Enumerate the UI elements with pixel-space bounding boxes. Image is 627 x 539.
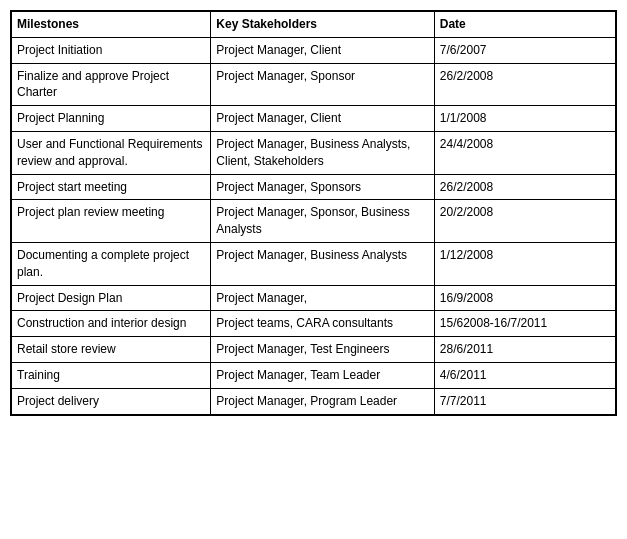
date-cell: 4/6/2011 [434, 362, 615, 388]
date-cell: 1/12/2008 [434, 242, 615, 285]
stakeholders-cell: Project Manager, Business Analysts, Clie… [211, 131, 434, 174]
milestone-cell: Finalize and approve Project Charter [12, 63, 211, 106]
header-milestones: Milestones [12, 12, 211, 38]
table-row: TrainingProject Manager, Team Leader4/6/… [12, 362, 616, 388]
table-row: Construction and interior designProject … [12, 311, 616, 337]
milestone-cell: Documenting a complete project plan. [12, 242, 211, 285]
milestone-cell: Project Design Plan [12, 285, 211, 311]
stakeholders-cell: Project Manager, Program Leader [211, 388, 434, 414]
stakeholders-cell: Project Manager, Client [211, 37, 434, 63]
milestone-cell: Project Planning [12, 106, 211, 132]
milestones-table-container: Milestones Key Stakeholders Date Project… [10, 10, 617, 416]
table-row: Documenting a complete project plan.Proj… [12, 242, 616, 285]
table-row: Project plan review meetingProject Manag… [12, 200, 616, 243]
milestone-cell: User and Functional Requirements review … [12, 131, 211, 174]
milestones-table: Milestones Key Stakeholders Date Project… [11, 11, 616, 415]
stakeholders-cell: Project Manager, [211, 285, 434, 311]
stakeholders-cell: Project Manager, Sponsor [211, 63, 434, 106]
date-cell: 26/2/2008 [434, 174, 615, 200]
date-cell: 7/6/2007 [434, 37, 615, 63]
stakeholders-cell: Project teams, CARA consultants [211, 311, 434, 337]
date-cell: 26/2/2008 [434, 63, 615, 106]
table-row: Retail store reviewProject Manager, Test… [12, 337, 616, 363]
milestone-cell: Project start meeting [12, 174, 211, 200]
date-cell: 16/9/2008 [434, 285, 615, 311]
stakeholders-cell: Project Manager, Test Engineers [211, 337, 434, 363]
header-date: Date [434, 12, 615, 38]
stakeholders-cell: Project Manager, Sponsors [211, 174, 434, 200]
milestone-cell: Construction and interior design [12, 311, 211, 337]
date-cell: 28/6/2011 [434, 337, 615, 363]
table-row: User and Functional Requirements review … [12, 131, 616, 174]
date-cell: 15/62008-16/7/2011 [434, 311, 615, 337]
header-stakeholders: Key Stakeholders [211, 12, 434, 38]
table-row: Project PlanningProject Manager, Client1… [12, 106, 616, 132]
date-cell: 7/7/2011 [434, 388, 615, 414]
milestone-cell: Retail store review [12, 337, 211, 363]
milestone-cell: Training [12, 362, 211, 388]
stakeholders-cell: Project Manager, Business Analysts [211, 242, 434, 285]
milestone-cell: Project Initiation [12, 37, 211, 63]
date-cell: 24/4/2008 [434, 131, 615, 174]
table-header-row: Milestones Key Stakeholders Date [12, 12, 616, 38]
stakeholders-cell: Project Manager, Client [211, 106, 434, 132]
table-row: Project InitiationProject Manager, Clien… [12, 37, 616, 63]
date-cell: 20/2/2008 [434, 200, 615, 243]
table-row: Project start meetingProject Manager, Sp… [12, 174, 616, 200]
table-row: Finalize and approve Project CharterProj… [12, 63, 616, 106]
date-cell: 1/1/2008 [434, 106, 615, 132]
stakeholders-cell: Project Manager, Sponsor, Business Analy… [211, 200, 434, 243]
table-row: Project deliveryProject Manager, Program… [12, 388, 616, 414]
milestone-cell: Project delivery [12, 388, 211, 414]
table-row: Project Design PlanProject Manager,16/9/… [12, 285, 616, 311]
stakeholders-cell: Project Manager, Team Leader [211, 362, 434, 388]
milestone-cell: Project plan review meeting [12, 200, 211, 243]
